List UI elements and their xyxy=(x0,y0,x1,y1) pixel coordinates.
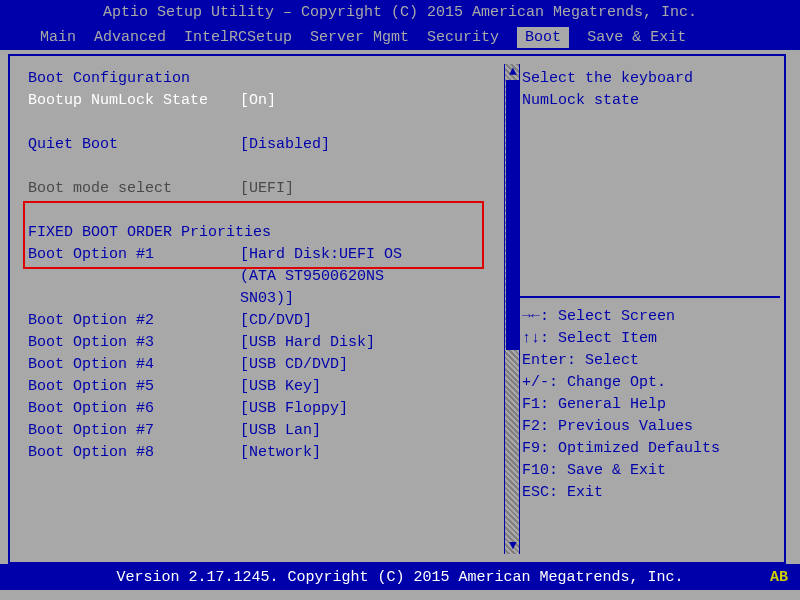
quiet-boot-value: [Disabled] xyxy=(240,134,330,156)
boot-option-8[interactable]: Boot Option #8 [Network] xyxy=(28,442,514,464)
help-line-1: Select the keyboard xyxy=(522,68,776,90)
boot-option-6[interactable]: Boot Option #6 [USB Floppy] xyxy=(28,398,514,420)
numlock-value: [On] xyxy=(240,90,276,112)
boot-option-4[interactable]: Boot Option #4 [USB CD/DVD] xyxy=(28,354,514,376)
main-area: Boot Configuration Bootup NumLock State … xyxy=(0,50,800,568)
tab-security[interactable]: Security xyxy=(427,29,499,46)
numlock-label: Bootup NumLock State xyxy=(28,90,240,112)
boot-mode-value: [UEFI] xyxy=(240,178,294,200)
footer-bar: Version 2.17.1245. Copyright (C) 2015 Am… xyxy=(0,564,800,590)
tab-advanced[interactable]: Advanced xyxy=(94,29,166,46)
row-boot-mode[interactable]: Boot mode select [UEFI] xyxy=(28,178,514,200)
key-hint: F1: General Help xyxy=(522,394,776,416)
boot-option-7[interactable]: Boot Option #7 [USB Lan] xyxy=(28,420,514,442)
boot-mode-label: Boot mode select xyxy=(28,178,240,200)
boot-opt1-value-l1: [Hard Disk:UEFI OS xyxy=(240,244,402,266)
help-divider xyxy=(518,296,780,298)
key-hint: F2: Previous Values xyxy=(522,416,776,438)
help-line-2: NumLock state xyxy=(522,90,776,112)
key-hint: ESC: Exit xyxy=(522,482,776,504)
tab-save-exit[interactable]: Save & Exit xyxy=(587,29,686,46)
key-hint: →←: Select Screen xyxy=(522,306,776,328)
key-hint: Enter: Select xyxy=(522,350,776,372)
section-boot-order: FIXED BOOT ORDER Priorities xyxy=(28,222,514,244)
key-hint: F9: Optimized Defaults xyxy=(522,438,776,460)
menu-bar: Main Advanced IntelRCSetup Server Mgmt S… xyxy=(0,24,800,50)
boot-option-5[interactable]: Boot Option #5 [USB Key] xyxy=(28,376,514,398)
footer-version: Version 2.17.1245. Copyright (C) 2015 Am… xyxy=(116,569,683,586)
tab-server-mgmt[interactable]: Server Mgmt xyxy=(310,29,409,46)
boot-option-1-cont2: SN03)] xyxy=(28,288,514,310)
tab-boot[interactable]: Boot xyxy=(517,27,569,48)
quiet-boot-label: Quiet Boot xyxy=(28,134,240,156)
settings-panel: Boot Configuration Bootup NumLock State … xyxy=(8,54,518,564)
boot-opt1-value-l3: SN03)] xyxy=(240,288,294,310)
boot-option-1[interactable]: Boot Option #1 [Hard Disk:UEFI OS xyxy=(28,244,514,266)
key-hint: F10: Save & Exit xyxy=(522,460,776,482)
footer-marker: AB xyxy=(770,569,788,586)
boot-opt1-label: Boot Option #1 xyxy=(28,244,240,266)
title-bar: Aptio Setup Utility – Copyright (C) 2015… xyxy=(0,0,800,24)
row-numlock-state[interactable]: Bootup NumLock State [On] xyxy=(28,90,514,112)
section-boot-config: Boot Configuration xyxy=(28,68,514,90)
row-quiet-boot[interactable]: Quiet Boot [Disabled] xyxy=(28,134,514,156)
boot-option-3[interactable]: Boot Option #3 [USB Hard Disk] xyxy=(28,332,514,354)
tab-intelrcsetup[interactable]: IntelRCSetup xyxy=(184,29,292,46)
help-panel: Select the keyboard NumLock state →←: Se… xyxy=(518,54,786,564)
tab-main[interactable]: Main xyxy=(40,29,76,46)
key-hint: +/-: Change Opt. xyxy=(522,372,776,394)
bios-screen: Aptio Setup Utility – Copyright (C) 2015… xyxy=(0,0,800,600)
key-hint: ↑↓: Select Item xyxy=(522,328,776,350)
boot-option-2[interactable]: Boot Option #2 [CD/DVD] xyxy=(28,310,514,332)
boot-option-1-cont1: (ATA ST9500620NS xyxy=(28,266,514,288)
boot-opt1-value-l2: (ATA ST9500620NS xyxy=(240,266,384,288)
